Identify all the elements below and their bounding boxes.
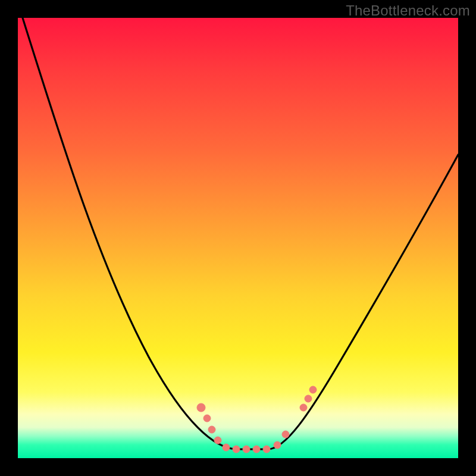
chart-svg: [18, 18, 458, 458]
chart-frame: TheBottleneck.com: [0, 0, 476, 476]
chart-marker-13: [309, 386, 317, 393]
chart-marker-10: [282, 431, 289, 438]
chart-marker-2: [208, 426, 215, 433]
chart-marker-9: [274, 441, 281, 449]
chart-series-right-curve: [268, 155, 458, 449]
chart-marker-7: [253, 446, 260, 453]
chart-series-left-curve: [23, 18, 268, 449]
chart-marker-6: [243, 446, 250, 453]
chart-markers-group: [197, 386, 317, 453]
chart-curves-group: [23, 18, 458, 449]
chart-marker-12: [305, 395, 312, 402]
chart-marker-5: [233, 446, 240, 453]
chart-marker-8: [263, 446, 270, 453]
watermark-text: TheBottleneck.com: [346, 2, 470, 19]
chart-marker-4: [223, 444, 230, 451]
chart-marker-0: [197, 403, 205, 412]
chart-marker-11: [300, 404, 307, 411]
chart-marker-3: [214, 437, 221, 444]
chart-plot-area: [18, 18, 458, 458]
chart-marker-1: [203, 415, 211, 422]
